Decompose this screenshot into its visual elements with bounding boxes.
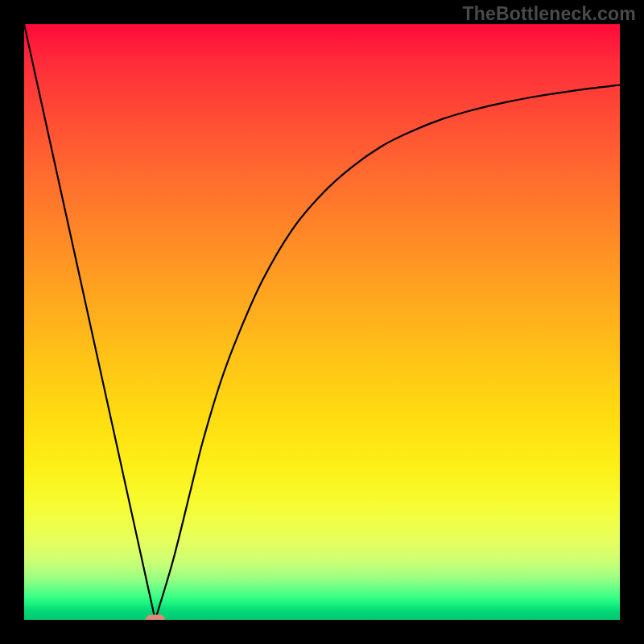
- chart-container: TheBottleneck.com: [0, 0, 644, 644]
- minimum-marker: [146, 615, 165, 621]
- bottleneck-curve: [24, 24, 620, 620]
- watermark-text: TheBottleneck.com: [462, 3, 636, 25]
- curve-path: [24, 24, 620, 620]
- plot-area: [24, 24, 620, 620]
